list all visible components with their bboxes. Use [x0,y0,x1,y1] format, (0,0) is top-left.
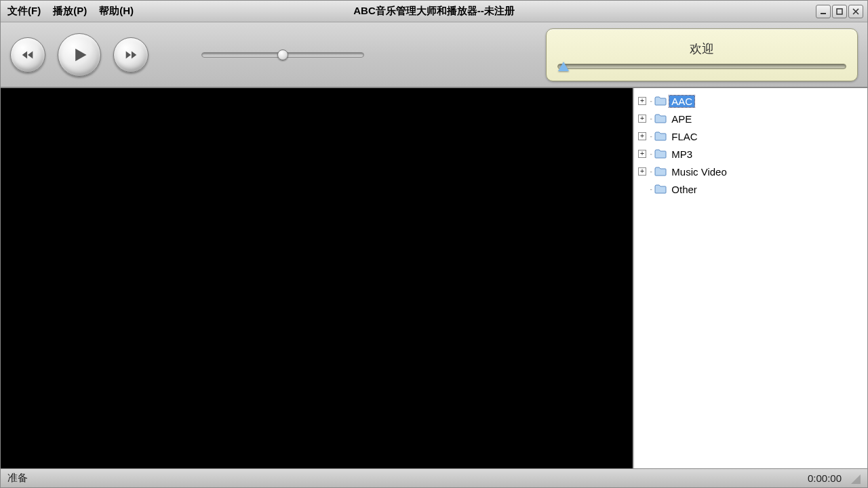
tree-item[interactable]: ···Other [637,180,865,198]
expand-icon[interactable]: + [638,150,646,158]
play-button[interactable] [58,33,101,77]
volume-slider[interactable] [557,64,846,69]
volume-track [557,64,846,69]
next-icon [123,47,138,62]
folder-icon [654,114,667,123]
content-area: +···AAC+···APE+···FLAC+···MP3+···Music V… [1,87,867,468]
seek-track [201,52,364,58]
info-panel: 欢迎 [546,28,858,81]
svg-rect-1 [837,9,842,14]
menu-play[interactable]: 播放(P) [50,3,90,19]
tree-connector: ··· [650,150,651,158]
minimize-button[interactable] [816,5,831,18]
maximize-button[interactable] [832,5,847,18]
tree-connector: ··· [650,168,651,176]
minimize-icon [820,8,827,15]
folder-icon [654,131,667,141]
close-button[interactable] [848,5,863,18]
expand-icon[interactable]: + [638,167,646,176]
seek-thumb[interactable] [277,49,288,60]
app-window: 文件(F) 播放(P) 帮助(H) ABC音乐管理大师和播放器--未注册 [0,0,868,488]
video-display[interactable] [1,88,634,468]
tree-item-label: Music Video [669,166,728,178]
status-time: 0:00:00 [808,472,842,484]
status-bar: 准备 0:00:00 [1,468,867,487]
toolbar: 欢迎 [1,22,867,87]
window-controls [816,5,863,18]
folder-icon [654,167,667,176]
previous-button[interactable] [10,37,45,73]
tree-item[interactable]: +···Music Video [637,163,865,180]
info-title: 欢迎 [690,41,714,57]
maximize-icon [836,8,843,15]
previous-icon [20,47,35,62]
volume-thumb[interactable] [558,62,569,71]
expand-icon[interactable]: + [638,97,646,105]
menu-help-label: 帮助(H) [99,5,134,16]
folder-icon [654,184,667,194]
folder-icon [654,149,667,159]
close-icon [852,8,859,15]
menu-file[interactable]: 文件(F) [5,3,43,19]
next-button[interactable] [113,37,149,73]
playback-controls [10,33,149,77]
resize-grip[interactable] [850,473,861,484]
tree-item[interactable]: +···AAC [637,92,865,110]
tree-connector: ··· [650,98,651,105]
folder-icon [654,96,667,106]
seek-slider[interactable] [201,52,405,58]
tree-item-label: APE [669,113,694,125]
menu-file-label: 文件(F) [7,5,41,16]
tree-connector: ··· [650,133,651,140]
menu-play-label: 播放(P) [53,5,87,16]
expand-icon[interactable]: + [638,115,646,123]
tree-item-label: FLAC [669,131,699,142]
category-tree[interactable]: +···AAC+···APE+···FLAC+···MP3+···Music V… [634,88,867,468]
menu-bar: 文件(F) 播放(P) 帮助(H) [5,3,136,19]
expand-icon[interactable]: + [638,132,646,140]
tree-item-label: MP3 [669,148,694,160]
status-text: 准备 [7,472,28,485]
tree-item-label: AAC [669,96,694,107]
tree-item-label: Other [669,184,699,195]
titlebar: 文件(F) 播放(P) 帮助(H) ABC音乐管理大师和播放器--未注册 [1,1,867,22]
tree-item[interactable]: +···FLAC [637,127,865,145]
tree-connector: ··· [650,115,651,123]
tree-leaf-indent [638,185,646,193]
tree-item[interactable]: +···MP3 [637,145,865,163]
menu-help[interactable]: 帮助(H) [96,3,136,19]
play-icon [70,45,89,64]
tree-item[interactable]: +···APE [637,110,865,127]
tree-connector: ··· [650,186,651,193]
svg-rect-0 [821,13,826,14]
